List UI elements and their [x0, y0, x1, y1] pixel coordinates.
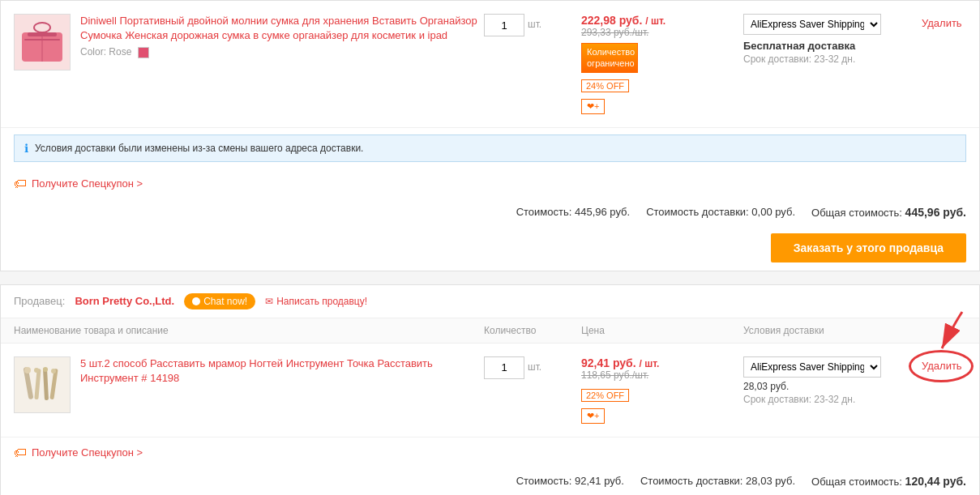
chat-btn-2[interactable]: Chat now!	[184, 293, 255, 309]
product-image-2	[14, 356, 71, 413]
limited-badge-1: Количество ограничено	[581, 43, 638, 73]
col-name-2: Наименование товара и описание	[14, 325, 484, 336]
svg-point-4	[34, 23, 50, 32]
grand-total-label-2: Общая стоимость: 120,44 руб.	[811, 475, 966, 488]
email-icon-2: ✉	[265, 296, 273, 307]
shipping-days-2: Срок доставки: 23-32 дн.	[743, 394, 922, 405]
grand-total-value-1: 445,96 руб.	[905, 206, 966, 219]
svg-point-9	[24, 367, 31, 373]
notice-bar-1: ℹ Условия доставки были изменены из-за с…	[14, 134, 966, 162]
color-swatch-1	[138, 47, 149, 58]
product-title-1[interactable]: Diniwell Портативный двойной молнии сумк…	[80, 14, 484, 43]
shipping-cost-label-1: Стоимость доставки: 0,00 руб.	[646, 206, 795, 218]
discount-badge-2: 22% OFF	[581, 389, 629, 402]
shipping-cost-value-2: 28,03 руб.	[746, 475, 795, 487]
subtotal-label-2: Стоимость: 92,41 руб.	[516, 475, 624, 487]
grand-total-value-2: 120,44 руб.	[905, 475, 966, 488]
price-main-1: 222,98 руб. / шт.	[581, 14, 743, 27]
product-color-1: Color: Rose	[80, 46, 484, 58]
product-info-1: Diniwell Портативный двойной молнии сумк…	[14, 14, 484, 70]
svg-point-12	[51, 369, 56, 373]
coupon-link-2[interactable]: Получите Спецкупон >	[32, 446, 143, 459]
price-original-1: 293,33 руб./шт.	[581, 27, 743, 38]
order-btn-row-1: Заказать у этого продавца	[1, 225, 979, 271]
subtotal-label-1: Стоимость: 445,96 руб.	[516, 206, 631, 218]
product-info-2: 5 шт.2 способ Расставить мрамор Ногтей И…	[14, 356, 484, 413]
product-title-2[interactable]: 5 шт.2 способ Расставить мрамор Ногтей И…	[80, 356, 484, 386]
shipping-days-1: Срок доставки: 23-32 дн.	[743, 53, 922, 65]
chat-icon-2	[192, 297, 200, 305]
price-main-2: 92,41 руб. / шт.	[581, 356, 743, 369]
shipping-select-1[interactable]: AliExpress Saver Shipping	[743, 14, 881, 35]
coupon-link-1[interactable]: Получите Спецкупон >	[32, 177, 143, 190]
qty-input-2[interactable]: 1	[484, 356, 524, 379]
product-details-1: Diniwell Портативный двойной молнии сумк…	[80, 14, 484, 58]
qty-cell-2: 1 шт.	[484, 356, 581, 379]
info-icon-1: ℹ	[24, 142, 28, 155]
shipping-cell-1: AliExpress Saver Shipping Бесплатная дос…	[743, 14, 922, 65]
grand-total-label-1: Общая стоимость: 445,96 руб.	[811, 206, 966, 219]
qty-input-1[interactable]: 1	[484, 14, 524, 36]
order-btn-1[interactable]: Заказать у этого продавца	[771, 233, 966, 262]
qty-unit-2: шт.	[528, 361, 541, 373]
delete-btn-2[interactable]: Удалить	[922, 356, 962, 372]
table-header-2: Наименование товара и описание Количеств…	[1, 318, 979, 344]
seller-name-2[interactable]: Born Pretty Co.,Ltd.	[75, 295, 174, 307]
subtotal-value-2: 92,41 руб.	[575, 475, 624, 487]
shipping-cost-value-1: 0,00 руб.	[751, 206, 795, 218]
col-shipping-2: Условия доставки	[743, 325, 922, 336]
totals-row-2: Стоимость: 92,41 руб. Стоимость доставки…	[1, 468, 979, 494]
product-image-1	[14, 14, 71, 70]
col-price-2: Цена	[581, 325, 743, 336]
price-cell-2: 92,41 руб. / шт. 118,65 руб./шт. 22% OFF…	[581, 356, 743, 424]
coupon-row-1: 🏷 Получите Спецкупон >	[1, 169, 979, 199]
shipping-price-2: 28,03 руб.	[743, 381, 922, 392]
svg-rect-7	[43, 367, 49, 399]
delete-cell-1: Удалить	[922, 14, 980, 29]
notice-text-1: Условия доставки были изменены из-за сме…	[35, 143, 363, 154]
price-original-2: 118,65 руб./шт.	[581, 369, 743, 381]
wishlist-icon-2: ❤+	[587, 411, 599, 421]
seller-label-2: Продавец:	[14, 295, 65, 307]
wishlist-btn-2[interactable]: ❤+	[581, 408, 605, 424]
wishlist-btn-1[interactable]: ❤+	[581, 99, 605, 114]
section-divider	[0, 278, 980, 284]
svg-point-11	[43, 367, 48, 372]
delete-wrapper-2: Удалить	[922, 356, 962, 372]
delete-cell-2: Удалить	[922, 356, 980, 372]
coupon-row-2: 🏷 Получите Спецкупон >	[1, 437, 979, 468]
svg-rect-6	[34, 368, 41, 399]
shipping-cell-2: AliExpress Saver Shipping 28,03 руб. Сро…	[743, 356, 922, 405]
coupon-icon-2: 🏷	[14, 446, 27, 460]
delete-btn-1[interactable]: Удалить	[922, 14, 962, 29]
price-cell-1: 222,98 руб. / шт. 293,33 руб./шт. Количе…	[581, 14, 743, 114]
shipping-select-2[interactable]: AliExpress Saver Shipping	[743, 356, 881, 378]
shipping-cost-label-2: Стоимость доставки: 28,03 руб.	[640, 475, 795, 487]
shipping-free-1: Бесплатная доставка	[743, 40, 922, 52]
seller-header-2: Продавец: Born Pretty Co.,Ltd. Chat now!…	[1, 285, 979, 318]
subtotal-value-1: 445,96 руб.	[575, 206, 630, 218]
qty-unit-1: шт.	[528, 19, 541, 30]
cart-section-2: Продавец: Born Pretty Co.,Ltd. Chat now!…	[0, 284, 980, 495]
svg-rect-3	[24, 39, 60, 41]
coupon-icon-1: 🏷	[14, 177, 27, 191]
col-qty-2: Количество	[484, 325, 581, 336]
product-row-1: Diniwell Портативный двойной молнии сумк…	[1, 1, 979, 128]
wishlist-icon-1: ❤+	[587, 101, 599, 112]
cart-section-1: Diniwell Портативный двойной молнии сумк…	[0, 0, 980, 271]
totals-row-1: Стоимость: 445,96 руб. Стоимость доставк…	[1, 199, 979, 225]
product-row-2: 5 шт.2 способ Расставить мрамор Ногтей И…	[1, 344, 979, 437]
qty-cell-1: 1 шт.	[484, 14, 581, 36]
msg-btn-2[interactable]: ✉ Написать продавцу!	[265, 296, 367, 307]
svg-point-10	[34, 368, 39, 373]
discount-badge-1: 24% OFF	[581, 79, 629, 92]
product-details-2: 5 шт.2 способ Расставить мрамор Ногтей И…	[80, 356, 484, 386]
